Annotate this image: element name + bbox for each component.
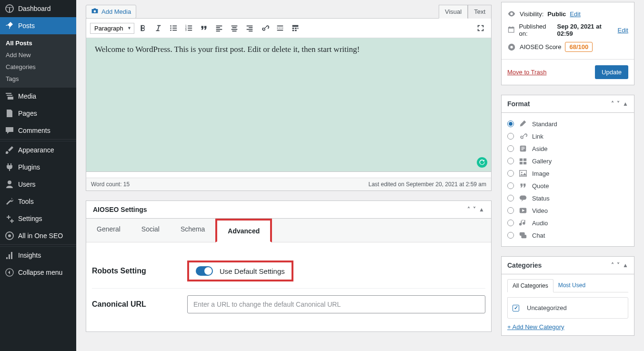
svg-rect-32	[295, 28, 297, 29]
fullscreen-button[interactable]	[474, 21, 487, 35]
standard-icon	[519, 120, 527, 128]
panel-up-icon[interactable]: ˄	[611, 100, 614, 107]
align-left-button[interactable]	[212, 21, 226, 35]
sidebar-item-media[interactable]: Media	[0, 88, 76, 105]
panel-up-icon[interactable]: ˄	[611, 262, 614, 269]
sidebar-item-pages[interactable]: Pages	[0, 105, 76, 122]
format-radio[interactable]	[507, 207, 514, 214]
robots-label: Robots Setting	[92, 267, 187, 275]
panel-toggle-icon[interactable]: ▲	[479, 206, 484, 213]
toolbar-toggle-button[interactable]	[289, 21, 302, 35]
format-option-video[interactable]: Video	[507, 204, 628, 217]
published-edit-link[interactable]: Edit	[618, 27, 628, 34]
format-radio[interactable]	[507, 158, 514, 164]
sidebar-item-plugins[interactable]: Plugins	[0, 159, 76, 176]
submenu-categories[interactable]: Categories	[0, 61, 76, 73]
sidebar-item-settings[interactable]: Settings	[0, 210, 76, 227]
settings-icon	[5, 214, 14, 223]
aioseo-tab-advanced[interactable]: Advanced	[215, 219, 272, 242]
editor-statusbar: Word count: 15 Last edited on September …	[86, 178, 492, 191]
visibility-edit-link[interactable]: Edit	[570, 10, 580, 18]
bullet-list-button[interactable]	[167, 21, 180, 35]
cat-tab-most[interactable]: Most Used	[553, 279, 590, 292]
format-label: Chat	[532, 232, 545, 239]
numbered-list-button[interactable]: 123	[182, 21, 195, 35]
bold-button[interactable]	[136, 21, 150, 35]
svg-rect-4	[172, 26, 177, 27]
quote-icon	[519, 181, 527, 190]
format-radio[interactable]	[507, 145, 514, 152]
link-button[interactable]	[258, 21, 272, 35]
svg-rect-17	[216, 29, 222, 30]
panel-toggle-icon[interactable]: ▲	[623, 100, 628, 107]
panel-down-icon[interactable]: ˅	[617, 100, 620, 107]
sidebar-item-users[interactable]: Users	[0, 176, 76, 193]
sidebar-item-dashboard[interactable]: Dashboard	[0, 0, 76, 17]
sidebar-item-aioseo[interactable]: All in One SEO	[0, 227, 76, 244]
category-item[interactable]: Uncategorized	[513, 302, 623, 313]
format-option-image[interactable]: Image	[507, 167, 628, 180]
format-option-status[interactable]: Status	[507, 192, 628, 204]
align-right-button[interactable]	[243, 21, 256, 35]
aioseo-tab-social[interactable]: Social	[131, 219, 170, 242]
format-label: Status	[532, 195, 550, 202]
svg-rect-27	[277, 26, 283, 27]
sidebar-item-appearance[interactable]: Appearance	[0, 141, 76, 159]
format-radio[interactable]	[507, 133, 514, 140]
submenu-add-new[interactable]: Add New	[0, 49, 76, 61]
format-radio[interactable]	[507, 232, 514, 239]
editor-content[interactable]: Welcome to WordPress. This is your first…	[86, 38, 491, 171]
editor-toolbar: Paragraph 123	[86, 19, 491, 38]
cat-tab-all[interactable]: All Categories	[507, 279, 553, 292]
format-select[interactable]: Paragraph	[90, 23, 134, 34]
sidebar-item-tools[interactable]: Tools	[0, 193, 76, 210]
format-label: Image	[532, 170, 549, 177]
submenu-all-posts[interactable]: All Posts	[0, 37, 76, 49]
tab-text[interactable]: Text	[468, 5, 492, 19]
format-option-gallery[interactable]: Gallery	[507, 155, 628, 167]
format-option-standard[interactable]: Standard	[507, 118, 628, 130]
canonical-input[interactable]	[187, 295, 485, 313]
blockquote-button[interactable]	[197, 21, 211, 35]
categories-box-title: Categories	[507, 261, 542, 269]
sidebar-item-comments[interactable]: Comments	[0, 122, 76, 139]
svg-rect-25	[247, 29, 253, 30]
svg-rect-43	[521, 147, 524, 147]
format-option-chat[interactable]: Chat	[507, 229, 628, 241]
format-radio[interactable]	[507, 170, 514, 177]
add-media-button[interactable]: Add Media	[86, 5, 136, 19]
aioseo-tab-schema[interactable]: Schema	[170, 219, 215, 242]
sidebar-item-posts[interactable]: Posts	[0, 17, 76, 34]
aioseo-tab-general[interactable]: General	[86, 219, 131, 242]
format-radio[interactable]	[507, 220, 514, 226]
category-checkbox[interactable]	[513, 305, 519, 311]
italic-button[interactable]	[151, 21, 165, 35]
format-radio[interactable]	[507, 195, 514, 201]
sidebar-item-insights[interactable]: Insights	[0, 247, 76, 264]
panel-down-icon[interactable]: ˅	[617, 262, 620, 269]
add-new-category-link[interactable]: + Add New Category	[507, 323, 564, 331]
move-to-trash-link[interactable]: Move to Trash	[507, 69, 546, 76]
panel-up-icon[interactable]: ˄	[467, 206, 470, 213]
submenu-tags[interactable]: Tags	[0, 73, 76, 85]
format-radio[interactable]	[507, 182, 514, 189]
format-option-link[interactable]: Link	[507, 130, 628, 142]
panel-toggle-icon[interactable]: ▲	[623, 262, 628, 269]
align-center-button[interactable]	[228, 21, 241, 35]
sidebar-label: Users	[18, 181, 36, 188]
readmore-button[interactable]	[273, 21, 287, 35]
grammarly-icon[interactable]	[477, 157, 487, 168]
tab-visual[interactable]: Visual	[439, 5, 468, 19]
svg-rect-22	[232, 30, 237, 31]
admin-sidebar: Dashboard Posts All Posts Add New Catego…	[0, 0, 76, 351]
sidebar-item-collapse[interactable]: Collapse menu	[0, 264, 76, 281]
svg-rect-23	[247, 26, 253, 27]
sidebar-label: All in One SEO	[18, 232, 63, 240]
format-option-audio[interactable]: Audio	[507, 217, 628, 229]
panel-down-icon[interactable]: ˅	[473, 206, 476, 213]
format-option-aside[interactable]: Aside	[507, 142, 628, 155]
format-option-quote[interactable]: Quote	[507, 180, 628, 192]
update-button[interactable]: Update	[595, 65, 628, 79]
format-radio[interactable]	[507, 120, 514, 127]
robots-toggle[interactable]	[196, 266, 213, 276]
